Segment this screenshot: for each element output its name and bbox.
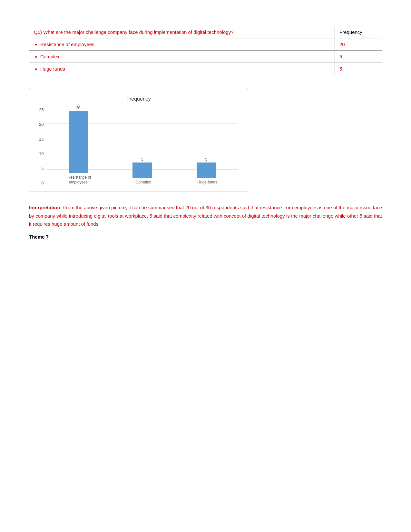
bar-xlabel-resistance: · Resistance ofemployees — [65, 175, 91, 185]
bar-label-hugefunds: 5 — [205, 157, 207, 162]
theme-label: Theme 7 — [29, 234, 382, 240]
bar-label-resistance: 20 — [76, 106, 80, 110]
bar-xlabel-hugefunds: · Huge funds — [195, 180, 217, 185]
bar-item-hugefunds: 5 · Huge funds — [193, 157, 219, 185]
table-freq-header: Frequency — [335, 26, 382, 38]
bar-item-complex: 5 · Complex — [129, 157, 155, 185]
survey-table: Q6) What are the major challenge company… — [29, 26, 382, 75]
interpretation-text: From the above given picture, it can be … — [29, 205, 382, 227]
table-row-2-label: Complex — [29, 51, 335, 63]
table-row-1-label: Resistance of employees — [29, 38, 335, 51]
chart-title: Frequency — [39, 96, 238, 102]
bar-resistance — [69, 111, 88, 173]
bars-group: 20 · Resistance ofemployees 5 · Complex … — [46, 108, 238, 185]
bar-xlabel-complex: · Complex — [133, 180, 151, 185]
table-row-1-value: 20 — [335, 38, 382, 51]
frequency-chart: Frequency 25 20 15 10 5 0 20 — [29, 88, 248, 192]
interpretation-paragraph: Interpretation: From the above given pic… — [29, 203, 382, 228]
y-axis: 25 20 15 10 5 0 — [39, 108, 44, 185]
chart-inner: 20 · Resistance ofemployees 5 · Complex … — [46, 108, 238, 185]
table-row-3-value: 5 — [335, 63, 382, 75]
table-question-cell: Q6) What are the major challenge company… — [29, 26, 335, 38]
bar-complex — [132, 163, 152, 178]
bar-hugefunds — [197, 163, 216, 178]
x-axis-line — [46, 185, 238, 185]
bar-item-resistance: 20 · Resistance ofemployees — [65, 106, 91, 185]
table-question: Q6) What are the major challenge company… — [34, 29, 234, 35]
table-row-2-value: 5 — [335, 51, 382, 63]
bar-label-complex: 5 — [141, 157, 143, 162]
table-row-3-label: Huge funds — [29, 63, 335, 75]
interpretation-label: Interpretation: — [29, 205, 62, 210]
